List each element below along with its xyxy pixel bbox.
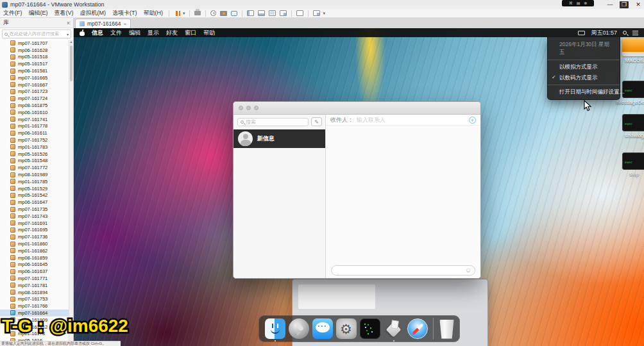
notification-center-icon[interactable] — [632, 31, 638, 35]
vm-list-item[interactable]: mp07-161724 — [0, 95, 69, 102]
vmware-menu-item[interactable]: 查看(V) — [51, 10, 77, 16]
vm-list-item[interactable]: mp07-161743 — [0, 213, 69, 220]
vm-tab[interactable]: mp07-161664 × — [75, 19, 131, 28]
macos-menu-item[interactable]: 文件 — [110, 29, 122, 36]
vm-list-item[interactable]: mp05-161548 — [0, 158, 69, 165]
vmware-menu-item[interactable]: 选项卡(T) — [109, 10, 140, 16]
minimize-traffic-light[interactable] — [246, 106, 251, 110]
terminal-dock-icon[interactable] — [360, 318, 380, 339]
vm-list-item[interactable]: mp08-161859 — [0, 254, 69, 261]
vm-list-item[interactable]: mp07-161723 — [0, 88, 69, 95]
finder-dock-icon[interactable] — [265, 318, 285, 339]
vm-list-item[interactable]: mp05-161542 — [0, 192, 69, 199]
vm-list-item[interactable]: mp05-161517 — [0, 60, 69, 67]
vm-list-item[interactable]: mp07-161736 — [0, 233, 69, 240]
vm-list-item[interactable]: mp07-161781 — [0, 282, 69, 289]
library-search-input[interactable]: 在此处键入内容进行搜索 ▾ — [2, 29, 71, 38]
vm-list-item[interactable]: mp06-161628 — [0, 47, 69, 54]
revert-snapshot-icon[interactable] — [210, 10, 216, 16]
sidebar-scrollbar[interactable]: ▲ — [69, 40, 73, 341]
vm-list-item[interactable]: mp07-161667 — [0, 81, 69, 88]
console-view-icon[interactable] — [296, 10, 303, 16]
fullscreen-icon[interactable] — [269, 10, 276, 16]
vm-list-item[interactable]: mp08-161875 — [0, 102, 69, 109]
vm-list-item[interactable]: mp01-161785 — [0, 178, 69, 185]
send-ctrl-alt-del-icon[interactable] — [194, 11, 201, 15]
clock-menu-item[interactable]: 以模拟方式显示 — [548, 62, 620, 72]
vm-list-item[interactable]: mp07-161766 — [0, 302, 69, 309]
vm-list-item[interactable]: mp08-161989 — [0, 171, 69, 178]
free-stretch-icon[interactable] — [313, 10, 320, 16]
search-caret-icon[interactable]: ▾ — [67, 32, 69, 37]
macos-menu-item[interactable]: 好友 — [166, 29, 178, 36]
desktop-icon-showlog[interactable]: execshowlog — [607, 114, 644, 138]
take-snapshot-icon[interactable] — [220, 11, 227, 16]
manage-snapshots-icon[interactable] — [231, 11, 237, 16]
vm-list-item[interactable]: mp06-161645 — [0, 261, 69, 268]
message-input[interactable]: ☺ — [331, 265, 475, 276]
show-library-icon[interactable] — [247, 10, 254, 16]
vm-list-item[interactable]: mp05-161529 — [0, 185, 69, 192]
vmware-menu-item[interactable]: 帮助(H) — [140, 10, 167, 16]
vm-list-item[interactable]: mp06-161611 — [0, 129, 69, 136]
vm-list-item[interactable]: mp07-161772 — [0, 164, 69, 171]
vm-list-item[interactable]: mp05-161518 — [0, 54, 69, 61]
safari-dock-icon[interactable] — [407, 318, 428, 339]
pause-button[interactable] — [176, 11, 180, 16]
clock-menu-item[interactable]: 打开日期与时间偏好设置… — [548, 86, 620, 97]
vm-list-item[interactable]: mp06-161637 — [0, 268, 69, 275]
messages-titlebar[interactable] — [233, 102, 480, 115]
apple-menu-icon[interactable] — [80, 30, 85, 36]
vm-list-item[interactable]: mp01-161860 — [0, 240, 69, 247]
macos-menu-item[interactable]: 窗口 — [185, 29, 196, 36]
messages-search-input[interactable]: 搜索 — [237, 118, 309, 126]
menubar-clock[interactable]: 周五01:57 — [591, 29, 617, 37]
messages-dock-icon[interactable] — [312, 318, 333, 339]
clock-menu-item[interactable]: 以数码方式显示 — [548, 72, 620, 83]
maximize-button[interactable]: ❐ — [620, 1, 629, 8]
zoom-traffic-light[interactable] — [254, 106, 258, 110]
vm-console[interactable]: 信息 文件编辑显示好友窗口帮助 周五01:57 2026年1月30日 星期五 以… — [74, 28, 644, 346]
macos-app-menu[interactable]: 信息 — [92, 29, 103, 37]
vmware-menu-item[interactable]: 虚拟机(M) — [77, 10, 110, 16]
scroll-thumb[interactable] — [70, 45, 72, 81]
scroll-up-icon[interactable]: ▲ — [69, 40, 73, 44]
vm-list-item[interactable]: mp01-161862 — [0, 247, 69, 254]
show-thumbnail-bar-icon[interactable] — [258, 10, 265, 16]
vm-list-item[interactable]: mp05-161526 — [0, 151, 69, 158]
library-close-icon[interactable]: × — [67, 20, 70, 26]
vmware-menu-item[interactable]: 文件(F) — [0, 10, 26, 16]
system-preferences-dock-icon[interactable] — [336, 318, 357, 339]
trash-dock-icon[interactable] — [439, 320, 455, 339]
macos-menu-item[interactable]: 帮助 — [203, 29, 215, 36]
unity-icon[interactable] — [280, 10, 287, 16]
stretch-caret-icon[interactable]: ▾ — [323, 11, 326, 16]
vm-list-item[interactable]: mp07-161753 — [0, 295, 69, 302]
vm-list-item[interactable]: mp01-161783 — [0, 144, 69, 151]
close-traffic-light[interactable] — [239, 106, 243, 110]
vm-list-item[interactable]: mp06-161647 — [0, 199, 69, 206]
spotlight-icon[interactable] — [623, 31, 627, 35]
vm-list-item[interactable]: mp07-161752 — [0, 136, 69, 144]
vm-list-item[interactable]: mp07-161771 — [0, 275, 69, 282]
vm-list-item[interactable]: mp08-161894 — [0, 289, 69, 296]
vm-list-item[interactable]: mp07-161707 — [0, 40, 69, 47]
add-contact-button[interactable]: + — [469, 117, 476, 124]
close-button[interactable]: ✕ — [634, 1, 643, 8]
vm-list-item[interactable]: mp07-161665 — [0, 74, 69, 81]
minimize-button[interactable]: — — [606, 1, 614, 8]
conversation-row[interactable]: 新信息 — [233, 129, 325, 148]
macos-menu-item[interactable]: 编辑 — [129, 29, 140, 36]
vm-list-item[interactable]: mp07-161695 — [0, 227, 69, 234]
vm-list-item[interactable]: mp01-161778 — [0, 123, 69, 130]
launchpad-dock-icon[interactable] — [289, 318, 309, 339]
desktop-icon-stop[interactable]: execstop — [607, 152, 644, 177]
compose-button[interactable] — [311, 117, 322, 126]
vm-list-item[interactable]: mp07-161735 — [0, 206, 69, 213]
vm-list-item[interactable]: mp07-161691 — [0, 220, 69, 227]
tab-close-icon[interactable]: × — [123, 21, 126, 27]
emoji-picker-icon[interactable]: ☺ — [465, 267, 471, 274]
vm-list-item[interactable]: mp07-161741 — [0, 116, 69, 123]
vm-list-item[interactable]: mp06-161581 — [0, 67, 69, 74]
vmware-menu-item[interactable]: 编辑(E) — [26, 10, 51, 16]
